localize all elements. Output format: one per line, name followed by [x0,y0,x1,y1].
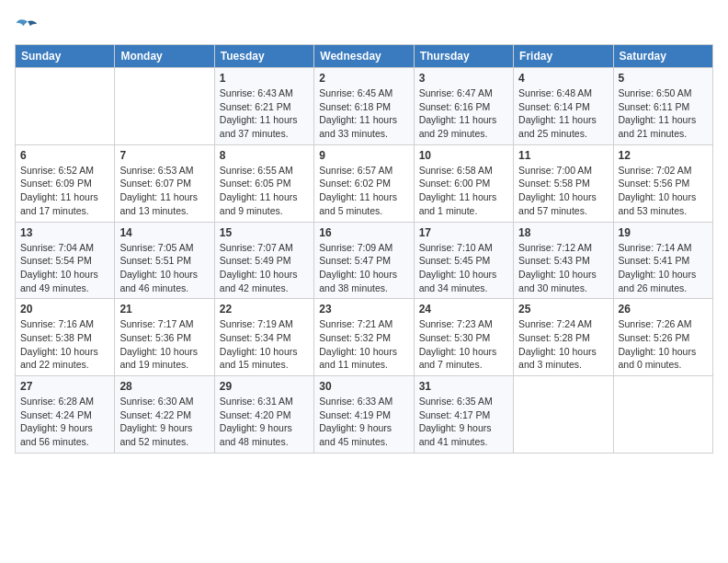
day-number: 22 [220,303,309,316]
day-info: Sunrise: 6:52 AM Sunset: 6:09 PM Dayligh… [20,164,109,218]
day-info: Sunrise: 7:07 AM Sunset: 5:49 PM Dayligh… [220,241,309,295]
day-number: 12 [619,149,708,162]
day-info: Sunrise: 6:58 AM Sunset: 6:00 PM Dayligh… [419,164,508,218]
day-number: 17 [419,226,508,239]
day-cell: 11Sunrise: 7:00 AM Sunset: 5:58 PM Dayli… [514,144,613,222]
day-cell: 17Sunrise: 7:10 AM Sunset: 5:45 PM Dayli… [414,222,513,299]
day-number: 7 [119,149,209,162]
day-info: Sunrise: 7:19 AM Sunset: 5:34 PM Dayligh… [220,317,309,372]
day-number: 10 [419,149,508,162]
day-cell: 18Sunrise: 7:12 AM Sunset: 5:43 PM Dayli… [514,222,613,299]
day-info: Sunrise: 7:10 AM Sunset: 5:45 PM Dayligh… [419,241,508,295]
day-cell: 13Sunrise: 7:04 AM Sunset: 5:54 PM Dayli… [16,222,115,299]
day-number: 14 [119,226,209,239]
day-number: 28 [119,380,209,393]
day-cell: 4Sunrise: 6:48 AM Sunset: 6:14 PM Daylig… [514,68,613,145]
day-cell: 19Sunrise: 7:14 AM Sunset: 5:41 PM Dayli… [613,222,712,299]
week-row-5: 27Sunrise: 6:28 AM Sunset: 4:24 PM Dayli… [16,376,713,454]
day-info: Sunrise: 7:09 AM Sunset: 5:47 PM Dayligh… [319,241,408,295]
day-cell [115,68,214,145]
day-info: Sunrise: 7:04 AM Sunset: 5:54 PM Dayligh… [20,241,109,295]
day-info: Sunrise: 6:43 AM Sunset: 6:21 PM Dayligh… [220,86,309,141]
day-cell: 2Sunrise: 6:45 AM Sunset: 6:18 PM Daylig… [314,68,414,145]
day-cell: 27Sunrise: 6:28 AM Sunset: 4:24 PM Dayli… [16,376,115,454]
header-cell-wednesday: Wednesday [314,45,414,68]
header-row: SundayMondayTuesdayWednesdayThursdayFrid… [16,45,713,68]
day-cell: 5Sunrise: 6:50 AM Sunset: 6:11 PM Daylig… [613,68,712,145]
header-cell-sunday: Sunday [16,45,115,68]
day-number: 24 [419,303,508,316]
week-row-2: 6Sunrise: 6:52 AM Sunset: 6:09 PM Daylig… [16,144,713,222]
day-cell: 7Sunrise: 6:53 AM Sunset: 6:07 PM Daylig… [115,144,214,222]
day-cell: 14Sunrise: 7:05 AM Sunset: 5:51 PM Dayli… [115,222,214,299]
day-number: 21 [119,303,209,316]
day-number: 25 [518,303,608,316]
header-cell-saturday: Saturday [613,45,712,68]
day-info: Sunrise: 7:16 AM Sunset: 5:38 PM Dayligh… [20,317,109,372]
header-cell-friday: Friday [514,45,613,68]
day-cell: 22Sunrise: 7:19 AM Sunset: 5:34 PM Dayli… [214,299,313,376]
day-cell [514,376,613,454]
day-number: 8 [220,149,309,162]
day-info: Sunrise: 7:24 AM Sunset: 5:28 PM Dayligh… [518,317,608,372]
day-info: Sunrise: 6:28 AM Sunset: 4:24 PM Dayligh… [20,395,109,449]
day-number: 6 [20,149,109,162]
week-row-3: 13Sunrise: 7:04 AM Sunset: 5:54 PM Dayli… [16,222,713,299]
header-cell-thursday: Thursday [414,45,513,68]
day-number: 29 [220,380,309,393]
day-info: Sunrise: 6:47 AM Sunset: 6:16 PM Dayligh… [419,86,508,141]
day-number: 1 [220,72,309,85]
day-cell: 12Sunrise: 7:02 AM Sunset: 5:56 PM Dayli… [613,144,712,222]
page-header [15,15,713,40]
day-cell: 6Sunrise: 6:52 AM Sunset: 6:09 PM Daylig… [16,144,115,222]
week-row-4: 20Sunrise: 7:16 AM Sunset: 5:38 PM Dayli… [16,299,713,376]
day-cell: 15Sunrise: 7:07 AM Sunset: 5:49 PM Dayli… [214,222,313,299]
logo [15,15,44,40]
day-info: Sunrise: 6:30 AM Sunset: 4:22 PM Dayligh… [119,395,209,449]
day-info: Sunrise: 6:48 AM Sunset: 6:14 PM Dayligh… [518,86,608,141]
day-cell: 28Sunrise: 6:30 AM Sunset: 4:22 PM Dayli… [115,376,214,454]
day-info: Sunrise: 7:05 AM Sunset: 5:51 PM Dayligh… [119,241,209,295]
day-cell: 10Sunrise: 6:58 AM Sunset: 6:00 PM Dayli… [414,144,513,222]
day-number: 26 [619,303,708,316]
day-number: 20 [20,303,109,316]
day-info: Sunrise: 6:45 AM Sunset: 6:18 PM Dayligh… [319,86,408,141]
day-cell: 23Sunrise: 7:21 AM Sunset: 5:32 PM Dayli… [314,299,414,376]
header-cell-tuesday: Tuesday [214,45,313,68]
calendar-table: SundayMondayTuesdayWednesdayThursdayFrid… [15,44,713,454]
header-cell-monday: Monday [115,45,214,68]
day-number: 9 [319,149,408,162]
day-cell: 31Sunrise: 6:35 AM Sunset: 4:17 PM Dayli… [414,376,513,454]
day-number: 16 [319,226,408,239]
day-info: Sunrise: 7:21 AM Sunset: 5:32 PM Dayligh… [319,317,408,372]
logo-icon [15,15,40,40]
day-cell: 26Sunrise: 7:26 AM Sunset: 5:26 PM Dayli… [613,299,712,376]
day-number: 15 [220,226,309,239]
day-info: Sunrise: 6:53 AM Sunset: 6:07 PM Dayligh… [119,164,209,218]
day-info: Sunrise: 6:33 AM Sunset: 4:19 PM Dayligh… [319,395,408,449]
day-number: 11 [518,149,608,162]
day-number: 31 [419,380,508,393]
day-cell: 29Sunrise: 6:31 AM Sunset: 4:20 PM Dayli… [214,376,313,454]
day-cell: 8Sunrise: 6:55 AM Sunset: 6:05 PM Daylig… [214,144,313,222]
day-number: 3 [419,72,508,85]
day-info: Sunrise: 7:23 AM Sunset: 5:30 PM Dayligh… [419,317,508,372]
day-number: 4 [518,72,608,85]
day-cell: 16Sunrise: 7:09 AM Sunset: 5:47 PM Dayli… [314,222,414,299]
day-info: Sunrise: 6:50 AM Sunset: 6:11 PM Dayligh… [619,86,708,141]
day-cell: 24Sunrise: 7:23 AM Sunset: 5:30 PM Dayli… [414,299,513,376]
day-cell: 3Sunrise: 6:47 AM Sunset: 6:16 PM Daylig… [414,68,513,145]
day-cell: 30Sunrise: 6:33 AM Sunset: 4:19 PM Dayli… [314,376,414,454]
day-cell: 1Sunrise: 6:43 AM Sunset: 6:21 PM Daylig… [214,68,313,145]
day-cell: 9Sunrise: 6:57 AM Sunset: 6:02 PM Daylig… [314,144,414,222]
day-info: Sunrise: 7:02 AM Sunset: 5:56 PM Dayligh… [619,164,708,218]
day-info: Sunrise: 7:12 AM Sunset: 5:43 PM Dayligh… [518,241,608,295]
day-number: 19 [619,226,708,239]
day-info: Sunrise: 7:00 AM Sunset: 5:58 PM Dayligh… [518,164,608,218]
day-number: 13 [20,226,109,239]
day-number: 5 [619,72,708,85]
day-info: Sunrise: 7:17 AM Sunset: 5:36 PM Dayligh… [119,317,209,372]
day-number: 27 [20,380,109,393]
day-number: 2 [319,72,408,85]
day-cell: 25Sunrise: 7:24 AM Sunset: 5:28 PM Dayli… [514,299,613,376]
